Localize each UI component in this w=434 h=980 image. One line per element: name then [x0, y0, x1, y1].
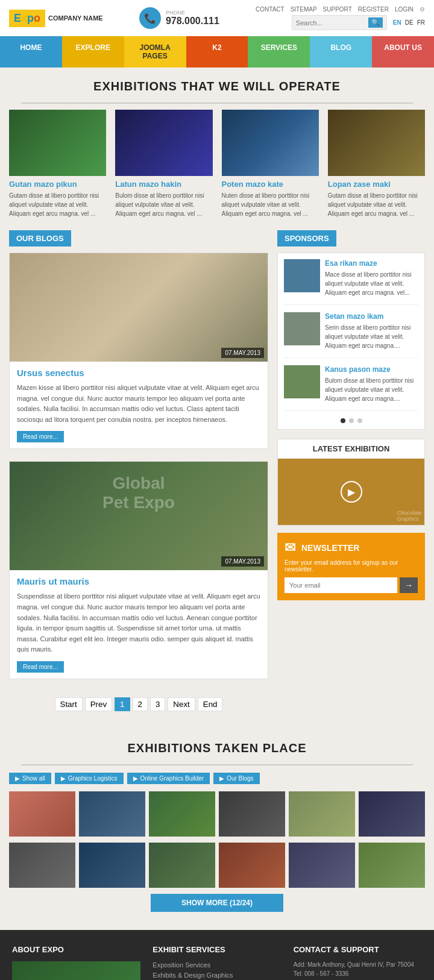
- nav-blog[interactable]: BLOG: [310, 36, 372, 68]
- sitemap-link[interactable]: SITEMAP: [291, 6, 317, 13]
- sponsor-desc: Mace disse at libero porttitor nisi aliq…: [325, 270, 418, 297]
- blog-sponsors-section: OUR BLOGS 07.MAY.2013 Ursus senectus Maz…: [0, 230, 434, 729]
- exhibition-desc: Nuten disse at libero porttitor nisi ali…: [222, 191, 319, 218]
- pagination-start[interactable]: Start: [55, 697, 83, 711]
- exhibition-item: Latun mazo hakin Bulom disse at libero p…: [115, 110, 212, 218]
- blog-date: 07.MAY.2013: [221, 348, 264, 358]
- filter-blogs[interactable]: ▶ Our Blogs: [213, 773, 259, 784]
- phone-number: 978.000.111: [166, 16, 219, 27]
- exhibition-title: Poten mazo kate: [222, 180, 319, 189]
- login-link[interactable]: LOGIN: [395, 6, 414, 13]
- blog-post-title: Mauris ut mauris: [17, 576, 260, 586]
- footer-contact-col: CONTACT & SUPPORT Add: Mark Anthony, Qua…: [294, 945, 422, 980]
- nav-home[interactable]: HOME: [0, 36, 62, 68]
- lang-de[interactable]: DE: [405, 19, 414, 26]
- nav-about[interactable]: ABOUT US: [372, 36, 434, 68]
- dot-3[interactable]: [357, 418, 362, 423]
- nav-services[interactable]: SERVICES: [248, 36, 310, 68]
- read-more-button[interactable]: Read more...: [17, 431, 64, 442]
- newsletter-box: ✉ NEWSLETTER Enter your email address fo…: [277, 533, 425, 600]
- footer-top: ABOUT EXPO We are experienced and skille…: [0, 930, 434, 980]
- sponsor-title: Esa rikan maze: [325, 259, 418, 268]
- sponsor-item: Kanus pason maze Bulom disse at libero p…: [284, 365, 418, 411]
- exhibitions-section: EXHIBITIONS THAT WE WILL OPERATE Gutan m…: [0, 68, 434, 230]
- pagination-next[interactable]: Next: [168, 697, 195, 711]
- newsletter-email-input[interactable]: [285, 577, 397, 593]
- footer-about-title: ABOUT EXPO: [12, 945, 140, 954]
- nav-joomla[interactable]: JOOMLA PAGES: [124, 36, 186, 68]
- filter-show-all[interactable]: ▶ Show all: [9, 773, 51, 784]
- footer-services-col: EXHIBIT SERVICES Exposition Services Exh…: [153, 945, 281, 980]
- gallery-thumb[interactable]: [359, 791, 425, 837]
- dot-2[interactable]: [349, 418, 354, 423]
- search-bar[interactable]: 🔍: [292, 15, 387, 30]
- top-links[interactable]: CONTACT SITEMAP SUPPORT REGISTER LOGIN ⚙: [256, 6, 425, 13]
- sponsor-item: Setan mazo ikam Serin disse at libero po…: [284, 312, 418, 358]
- contact-link[interactable]: CONTACT: [256, 6, 285, 13]
- blog-date: 07.MAY.2013: [221, 556, 264, 567]
- service-link-2[interactable]: Exhibits & Design Graphics: [153, 972, 281, 979]
- search-input[interactable]: [296, 19, 368, 27]
- pagination-page-1[interactable]: 1: [115, 697, 130, 711]
- show-all-icon: ▶: [15, 775, 20, 782]
- dot-1[interactable]: [341, 418, 345, 423]
- gallery-thumb[interactable]: [9, 791, 75, 837]
- taken-place-title: EXHIBITIONS TAKEN PLACE: [9, 729, 425, 764]
- gallery-thumb[interactable]: [359, 843, 425, 888]
- gallery-thumb[interactable]: [79, 791, 145, 837]
- filter-online[interactable]: ▶ Online Graphics Builder: [127, 773, 210, 784]
- play-button[interactable]: ▶: [341, 481, 362, 503]
- footer: ABOUT EXPO We are experienced and skille…: [0, 930, 434, 980]
- online-icon: ▶: [133, 775, 138, 782]
- footer-address: Add: Mark Anthony, Quai Henri IV, Par 75…: [294, 961, 422, 968]
- gallery-thumb[interactable]: [149, 791, 215, 837]
- top-right: CONTACT SITEMAP SUPPORT REGISTER LOGIN ⚙…: [256, 6, 425, 30]
- exhibition-desc: Gutam disse at libero porttitor nisi ali…: [9, 191, 106, 218]
- nav-k2[interactable]: K2: [186, 36, 248, 68]
- gallery-thumb[interactable]: [9, 843, 75, 888]
- exhibition-item: Gutan mazo pikun Gutam disse at libero p…: [9, 110, 106, 218]
- settings-icon[interactable]: ⚙: [420, 6, 425, 13]
- footer-about-image: [12, 961, 140, 980]
- sponsor-title: Kanus pason maze: [325, 365, 418, 374]
- footer-contact-title: CONTACT & SUPPORT: [294, 945, 422, 954]
- blogs-section-title: OUR BLOGS: [9, 230, 71, 247]
- lang-fr[interactable]: FR: [417, 19, 425, 26]
- exhibition-image: [222, 110, 319, 176]
- pagination-end[interactable]: End: [198, 697, 223, 711]
- pagination-prev[interactable]: Prev: [85, 697, 112, 711]
- filter-graphics[interactable]: ▶ Graphics Logistics: [55, 773, 124, 784]
- pagination-page-3[interactable]: 3: [150, 697, 165, 711]
- exhibitions-grid: Gutan mazo pikun Gutam disse at libero p…: [9, 110, 425, 218]
- blogs-header: OUR BLOGS: [9, 230, 268, 253]
- gallery-thumb[interactable]: [149, 843, 215, 888]
- sponsors-box: Esa rikan maze Mace disse at libero port…: [277, 253, 425, 430]
- gallery-row-1: [9, 791, 425, 837]
- exhibition-desc: Bulom disse at libero porttitor nisi ali…: [115, 191, 212, 218]
- language-bar[interactable]: EN DE FR: [393, 19, 425, 26]
- lang-en[interactable]: EN: [393, 19, 401, 26]
- gallery-thumb[interactable]: [79, 843, 145, 888]
- sponsors-section-title: SPONSORS: [277, 230, 336, 247]
- show-more-button[interactable]: SHOW MORE (12/24): [151, 894, 283, 912]
- pagination-page-2[interactable]: 2: [133, 697, 148, 711]
- newsletter-submit-button[interactable]: →: [400, 577, 418, 593]
- exhibition-image: [328, 110, 425, 176]
- exhibition-desc: Gutam disse at libero porttitor nisi ali…: [328, 191, 425, 218]
- footer-tel: Tel: 008 - 567 - 3336: [294, 970, 422, 977]
- gallery-thumb[interactable]: [219, 843, 285, 888]
- newsletter-desc: Enter your email address for signup as o…: [285, 559, 418, 573]
- register-link[interactable]: REGISTER: [358, 6, 389, 13]
- service-link-1[interactable]: Exposition Services: [153, 961, 281, 969]
- nav-explore[interactable]: EXPLORE: [62, 36, 124, 68]
- gallery-thumb[interactable]: [219, 791, 285, 837]
- newsletter-title: NEWSLETTER: [301, 543, 359, 553]
- sponsors-column: SPONSORS Esa rikan maze Mace disse at li…: [277, 230, 425, 717]
- search-button[interactable]: 🔍: [368, 17, 383, 28]
- read-more-button[interactable]: Read more...: [17, 661, 64, 673]
- phone-label: PHONE: [166, 10, 219, 16]
- gallery-thumb[interactable]: [289, 791, 355, 837]
- support-link[interactable]: SUPPORT: [323, 6, 352, 13]
- pagination: Start Prev 1 2 3 Next End: [9, 691, 268, 717]
- gallery-thumb[interactable]: [289, 843, 355, 888]
